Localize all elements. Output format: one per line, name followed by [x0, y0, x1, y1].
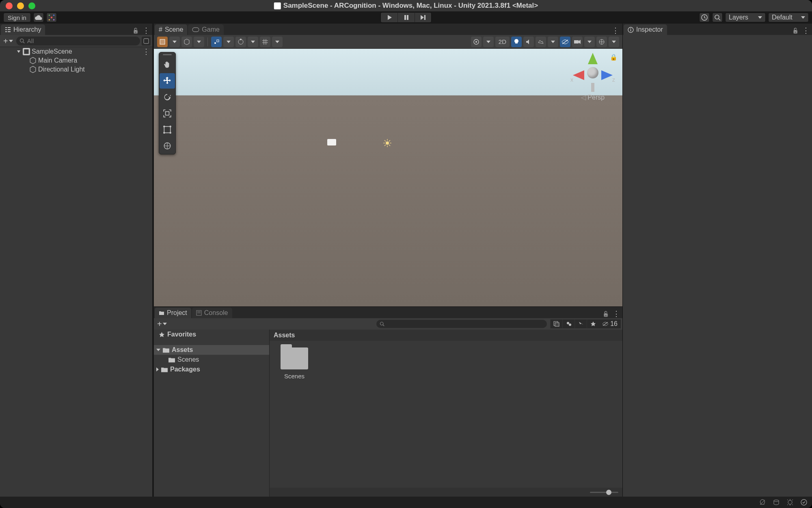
version-control-button[interactable]: [46, 13, 57, 22]
draw-mode-dropdown[interactable]: [169, 37, 180, 47]
cache-server-icon[interactable]: [772, 498, 780, 506]
pivot-button[interactable]: [211, 37, 222, 47]
grid-snap-button[interactable]: [260, 37, 270, 47]
expand-arrow-icon: [17, 50, 20, 53]
lock-panel-button[interactable]: [131, 26, 140, 35]
camera-dropdown[interactable]: [584, 37, 595, 47]
star-icon: [159, 332, 165, 338]
axis-x-icon[interactable]: [573, 70, 584, 80]
step-button[interactable]: [415, 12, 432, 23]
pause-button[interactable]: [397, 12, 415, 23]
handle-rotation-dropdown[interactable]: [248, 37, 258, 47]
gizmos-toggle[interactable]: [596, 37, 607, 47]
scene-context-menu[interactable]: [143, 47, 152, 56]
progress-icon[interactable]: [800, 498, 808, 506]
auto-generate-lighting-icon[interactable]: [758, 498, 767, 506]
asset-item[interactable]: Scenes: [276, 347, 313, 380]
panel-context-menu[interactable]: [801, 26, 810, 35]
search-by-type-button[interactable]: [550, 319, 562, 328]
lock-panel-button[interactable]: [601, 309, 610, 318]
packages-folder-row[interactable]: Packages: [154, 365, 269, 374]
hand-tool[interactable]: [160, 57, 175, 72]
debug-draw-dropdown[interactable]: [483, 37, 494, 47]
hidden-packages-toggle[interactable]: 16: [599, 319, 621, 328]
favorite-search-button[interactable]: [587, 319, 599, 328]
assets-folder-row[interactable]: Assets: [154, 345, 269, 355]
scene-row[interactable]: SampleScene: [0, 47, 152, 56]
light-gizmo-icon[interactable]: [383, 139, 391, 147]
orientation-gizmo[interactable]: 🔒 x z ◁ Persp: [570, 54, 615, 101]
project-tab[interactable]: Project: [155, 308, 191, 318]
hierarchy-tab[interactable]: Hierarchy: [1, 24, 45, 35]
info-icon: [628, 27, 634, 33]
panel-context-menu[interactable]: [142, 26, 151, 35]
favorites-section[interactable]: Favorites: [154, 330, 269, 339]
gizmos-dropdown[interactable]: [609, 37, 619, 47]
create-asset-button[interactable]: +: [155, 321, 168, 327]
draw-mode-button[interactable]: [157, 37, 168, 47]
chevron-down-icon: [275, 41, 279, 43]
handle-rotation-button[interactable]: [235, 37, 246, 47]
play-button[interactable]: [380, 12, 397, 23]
thumbnail-size-slider[interactable]: [590, 492, 618, 493]
scene-viewport[interactable]: 🔒 x z ◁ Persp: [154, 49, 622, 306]
projection-label[interactable]: ◁ Persp: [570, 93, 615, 101]
scale-tool[interactable]: [160, 106, 175, 121]
project-search-input[interactable]: [376, 320, 547, 328]
fx-dropdown[interactable]: [548, 37, 558, 47]
rotate-tool[interactable]: [160, 89, 175, 105]
debugger-icon[interactable]: [786, 498, 794, 506]
chevron-down-icon: [758, 16, 762, 19]
minimize-window-button[interactable]: [17, 2, 24, 9]
grid-snap-dropdown[interactable]: [272, 37, 283, 47]
camera-button[interactable]: [572, 37, 583, 47]
shading-mode-button[interactable]: [181, 37, 192, 47]
sign-in-button[interactable]: Sign in: [3, 13, 31, 22]
game-tab[interactable]: Game: [188, 24, 224, 35]
transform-tool[interactable]: [160, 138, 175, 154]
layers-dropdown[interactable]: Layers: [725, 13, 766, 22]
undo-history-button[interactable]: [699, 13, 710, 22]
fx-toggle[interactable]: [536, 37, 546, 47]
close-window-button[interactable]: [6, 2, 13, 9]
scene-picking-toggle[interactable]: [142, 37, 151, 46]
gameobject-row[interactable]: Directional Light: [0, 65, 152, 74]
search-by-label-button[interactable]: [562, 319, 574, 328]
axis-z-icon[interactable]: [601, 70, 613, 80]
axis-x-label: x: [570, 76, 573, 83]
axis-y-icon[interactable]: [588, 53, 598, 64]
slider-thumb[interactable]: [606, 490, 611, 495]
view-2d-toggle[interactable]: 2D: [495, 37, 510, 47]
panel-context-menu[interactable]: [612, 309, 621, 318]
rect-tool[interactable]: [160, 122, 175, 137]
maximize-window-button[interactable]: [28, 2, 35, 9]
scene-visibility-toggle[interactable]: [560, 37, 570, 47]
lighting-toggle[interactable]: [511, 37, 522, 47]
debug-draw-button[interactable]: [471, 37, 482, 47]
global-search-button[interactable]: [712, 13, 723, 22]
gameobject-row[interactable]: Main Camera: [0, 56, 152, 65]
hierarchy-search-input[interactable]: All: [16, 37, 140, 46]
tools-overlay[interactable]: [159, 52, 176, 154]
camera-gizmo-icon[interactable]: [327, 139, 336, 145]
layout-dropdown[interactable]: Default: [768, 13, 809, 22]
overlay-grip[interactable]: [159, 52, 175, 56]
scenes-folder-row[interactable]: Scenes: [154, 355, 269, 365]
asset-grid[interactable]: Scenes: [270, 341, 622, 488]
scene-context-menu[interactable]: [611, 26, 620, 35]
move-tool[interactable]: [160, 73, 175, 89]
audio-toggle[interactable]: [523, 37, 534, 47]
save-search-button[interactable]: [574, 319, 587, 328]
cloud-button[interactable]: [33, 13, 44, 22]
create-gameobject-button[interactable]: +: [2, 38, 15, 44]
shading-mode-dropdown[interactable]: [194, 37, 204, 47]
breadcrumb[interactable]: Assets: [270, 330, 622, 341]
inspector-tab-label: Inspector: [636, 26, 663, 33]
inspector-tab[interactable]: Inspector: [624, 24, 667, 35]
pivot-dropdown[interactable]: [223, 37, 234, 47]
console-tab[interactable]: Console: [192, 308, 232, 318]
unity-scene-icon: [23, 48, 30, 55]
axis-center-icon[interactable]: [587, 67, 598, 78]
lock-panel-button[interactable]: [791, 26, 800, 35]
scene-tab[interactable]: # Scene: [155, 24, 187, 35]
